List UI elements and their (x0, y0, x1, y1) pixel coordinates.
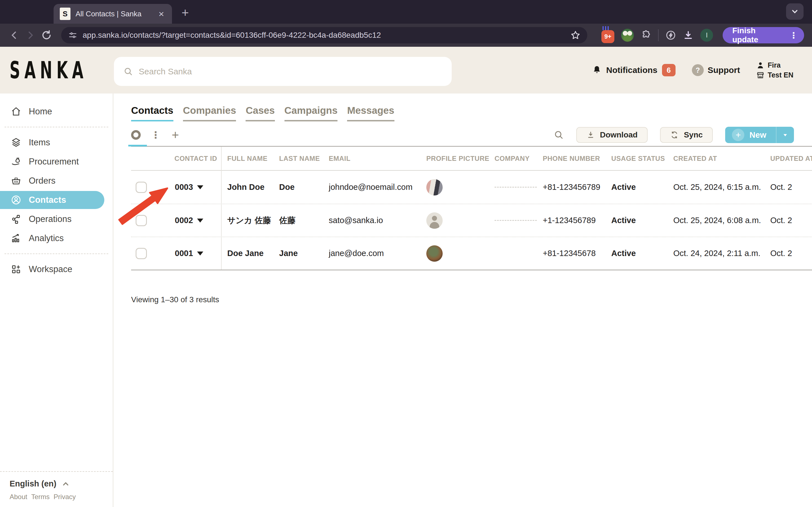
row-checkbox[interactable] (136, 248, 147, 259)
email-cell: jane@doe.com (323, 249, 410, 258)
chevron-down-icon[interactable] (786, 3, 804, 20)
last-name-cell: 佐藤 (273, 215, 323, 226)
sidebar-item-home[interactable]: Home (0, 103, 113, 121)
account-switcher[interactable]: Fira Test EN (756, 61, 794, 79)
about-link[interactable]: About (10, 493, 28, 501)
url-bar[interactable]: app.sanka.io/contacts/?target=contacts&i… (61, 27, 587, 43)
column-header-last-name[interactable]: LAST NAME (273, 155, 323, 163)
frozen-column-divider (221, 147, 221, 270)
extensions-puzzle-icon[interactable] (641, 30, 651, 41)
sidebar-item-operations[interactable]: Operations (0, 210, 113, 228)
tab-title: All Contacts | Sanka (75, 10, 152, 18)
sidebar-item-workspace[interactable]: Workspace (0, 260, 113, 278)
browser-profile-avatar[interactable]: I (700, 29, 713, 42)
extensions-cluster: 9+ I Finish update ⋮ (601, 27, 804, 43)
view-tab-icon[interactable] (131, 130, 141, 140)
caret-down-icon (782, 131, 789, 138)
table-row[interactable]: 0001 Doe Jane Jane jane@doe.com +81-1234… (131, 237, 812, 270)
table-row[interactable]: 0002 サンカ 佐藤 佐藤 sato@sanka.io +1-12345678… (131, 204, 812, 237)
notifications-button[interactable]: Notifications 6 (592, 64, 675, 76)
row-caret-down-icon[interactable] (197, 251, 203, 256)
new-button[interactable]: + New (725, 127, 794, 143)
account-name: Fira (768, 61, 781, 69)
full-name-cell: サンカ 佐藤 (221, 215, 273, 226)
sidebar-item-analytics[interactable]: Analytics (0, 229, 113, 247)
active-view-underline (128, 145, 147, 147)
notifications-count-badge: 6 (662, 64, 675, 76)
downloads-icon[interactable] (683, 30, 694, 41)
column-header-updated-at[interactable]: UPDATED AT (764, 155, 812, 163)
frog-extension-icon[interactable] (621, 29, 634, 42)
column-header-created-at[interactable]: CREATED AT (667, 155, 764, 163)
column-header-usage-status[interactable]: USAGE STATUS (605, 155, 667, 163)
browser-toolbar: app.sanka.io/contacts/?target=contacts&i… (0, 24, 812, 47)
language-selector[interactable]: English (en) (10, 479, 113, 489)
phone-cell: +1-123456789 (537, 216, 605, 225)
divider (4, 253, 108, 254)
energy-saver-leaf-icon[interactable] (665, 30, 676, 41)
finish-update-button[interactable]: Finish update ⋮ (723, 27, 804, 43)
sync-button[interactable]: Sync (660, 127, 713, 143)
updated-at-cell: Oct. 2 (764, 216, 812, 225)
table-search-icon[interactable] (554, 130, 564, 140)
new-dropdown-caret[interactable] (776, 127, 794, 143)
created-at-cell: Oct. 25, 2024, 6:15 a.m. (667, 182, 764, 192)
full-name-cell: Doe Jane (221, 249, 273, 258)
column-header-email[interactable]: EMAIL (323, 155, 410, 163)
extension-badge-icon[interactable]: 9+ (601, 30, 614, 43)
bookmark-star-icon[interactable] (570, 30, 580, 40)
tab-messages[interactable]: Messages (347, 105, 394, 121)
forward-icon[interactable] (24, 29, 37, 41)
site-info-icon[interactable] (68, 31, 78, 40)
global-search-input[interactable]: Search Sanka (114, 57, 452, 86)
layers-icon (11, 137, 21, 148)
sidebar-item-procurement[interactable]: Procurement (0, 153, 113, 171)
contact-id-cell[interactable]: 0001 (152, 249, 221, 258)
support-button[interactable]: ? Support (692, 64, 740, 76)
add-view-button[interactable]: + (172, 128, 179, 142)
privacy-link[interactable]: Privacy (54, 493, 76, 501)
row-checkbox[interactable] (136, 182, 147, 193)
row-caret-down-icon[interactable] (197, 219, 203, 223)
empty-placeholder (495, 187, 537, 187)
download-button[interactable]: Download (576, 127, 648, 143)
new-tab-button[interactable]: + (182, 6, 189, 20)
screen: S All Contacts | Sanka × + app.sanka.io/… (0, 0, 812, 507)
terms-link[interactable]: Terms (31, 493, 50, 501)
column-header-contact-id[interactable]: CONTACT ID (152, 155, 221, 163)
browser-tab[interactable]: S All Contacts | Sanka × (54, 4, 172, 24)
tab-companies[interactable]: Companies (183, 105, 236, 121)
sidebar-item-contacts[interactable]: Contacts (0, 191, 104, 209)
tab-contacts[interactable]: Contacts (131, 105, 173, 121)
sidebar-item-orders[interactable]: Orders (0, 172, 113, 190)
workspace-name: Test EN (768, 71, 794, 79)
table-row[interactable]: 0003 John Doe Doe johndoe@noemail.com +8… (131, 171, 812, 204)
sidebar-item-items[interactable]: Items (0, 133, 113, 152)
email-cell: sato@sanka.io (323, 216, 410, 225)
column-header-company[interactable]: COMPANY (489, 155, 537, 163)
row-checkbox[interactable] (136, 215, 147, 226)
created-at-cell: Oct. 24, 2024, 2:11 a.m. (667, 249, 764, 258)
user-icon (756, 61, 764, 69)
question-icon: ? (692, 64, 704, 76)
browser-menu-icon[interactable]: ⋮ (787, 31, 800, 40)
view-options-kebab-icon[interactable]: ⋮ (151, 129, 160, 140)
close-icon[interactable]: × (157, 9, 166, 18)
column-header-profile-picture[interactable]: PROFILE PICTURE (410, 155, 489, 163)
contact-id-cell[interactable]: 0002 (152, 216, 221, 225)
list-toolbar: ⋮ + Download Sync + New (131, 124, 812, 146)
back-icon[interactable] (8, 29, 20, 41)
workflow-nodes-icon (11, 214, 21, 224)
reload-icon[interactable] (40, 29, 53, 41)
updated-at-cell: Oct. 2 (764, 249, 812, 258)
contact-id-cell[interactable]: 0003 (152, 182, 221, 192)
column-header-phone-number[interactable]: PHONE NUMBER (537, 155, 605, 163)
profile-picture-avatar (426, 179, 443, 195)
sidebar: Home Items Procurement Orders Contacts (0, 94, 113, 507)
column-header-full-name[interactable]: FULL NAME (221, 155, 273, 163)
row-caret-down-icon[interactable] (197, 185, 203, 189)
table-header-row: CONTACT ID FULL NAME LAST NAME EMAIL PRO… (131, 147, 812, 171)
tab-campaigns[interactable]: Campaigns (285, 105, 338, 121)
tab-cases[interactable]: Cases (246, 105, 274, 121)
sanka-logo[interactable]: SANKA (10, 56, 88, 83)
